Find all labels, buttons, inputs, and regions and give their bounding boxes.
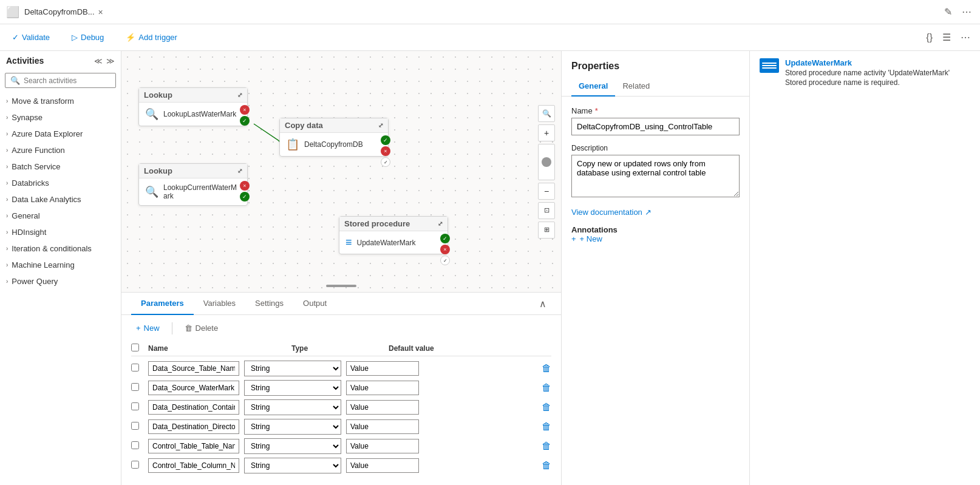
trigger-button[interactable]: ⚡ Add trigger [121, 30, 182, 44]
sidebar-item-synapse[interactable]: › Synapse [0, 109, 121, 126]
view-documentation-link[interactable]: View documentation ↗ [571, 208, 740, 217]
sidebar-item-azure-function[interactable]: › Azure Function [0, 142, 121, 158]
fit-screen-btn[interactable]: ⊡ [538, 202, 555, 219]
sidebar-item-azure-data-explorer[interactable]: › Azure Data Explorer [0, 126, 121, 142]
zoom-slider[interactable] [538, 144, 555, 180]
param-name-input[interactable] [148, 400, 239, 415]
node-settings-btn[interactable]: ✓ [381, 157, 390, 167]
sidebar-item-general[interactable]: › General [0, 208, 121, 224]
search-box[interactable]: 🔍 [5, 73, 116, 88]
validate-button[interactable]: ✓ Validate [7, 30, 55, 44]
param-default-input[interactable] [346, 419, 419, 434]
tab-variables[interactable]: Variables [194, 293, 245, 315]
node-check-btn[interactable]: ✓ [440, 234, 450, 243]
param-default-input[interactable] [346, 381, 419, 395]
sidebar-item-data-lake[interactable]: › Data Lake Analytics [0, 191, 121, 208]
close-bottom-panel-btn[interactable]: ∧ [534, 293, 551, 314]
node-stored-procedure[interactable]: Stored procedure ⤢ ≡ UpdateWaterMark ✓ ×… [339, 216, 448, 254]
select-all-checkbox[interactable] [131, 344, 139, 351]
expand-icon[interactable]: ≫ [106, 56, 115, 66]
tab-output[interactable]: Output [293, 293, 336, 315]
row-checkbox[interactable] [131, 383, 139, 391]
row-checkbox[interactable] [131, 441, 139, 449]
sidebar-item-label: Iteration & conditionals [12, 244, 92, 253]
row-checkbox[interactable] [131, 461, 139, 469]
param-name-input[interactable] [148, 419, 239, 434]
active-tab: DeltaCopyfromDB... × [24, 7, 103, 17]
error-title[interactable]: UpdateWaterMark [785, 58, 970, 67]
sidebar-item-batch-service[interactable]: › Batch Service [0, 158, 121, 175]
sidebar-item-hdinsight[interactable]: › HDInsight [0, 224, 121, 240]
sidebar-item-move-transform[interactable]: › Move & transform [0, 93, 121, 109]
tab-general[interactable]: General [571, 76, 615, 97]
param-default-input[interactable] [346, 458, 419, 473]
pipeline-canvas[interactable]: Lookup ⤢ 🔍 LookupLastWaterMark × ✓ Looku… [121, 51, 561, 292]
debug-button[interactable]: ▷ Debug [67, 30, 109, 44]
node-check-btn[interactable]: ✓ [240, 192, 250, 202]
more-icon-btn[interactable]: ⋯ [958, 29, 973, 46]
more-options-btn[interactable]: ⋯ [959, 4, 974, 20]
param-name-input[interactable] [148, 458, 239, 473]
node-delete-btn[interactable]: × [381, 146, 390, 156]
row-checkbox[interactable] [131, 402, 139, 410]
collapse-icon[interactable]: ≪ [94, 56, 103, 66]
param-type-select[interactable]: String [244, 380, 341, 396]
params-table: Name Type Default value String 🗑 [121, 341, 561, 485]
params-icon-btn[interactable]: ☰ [940, 29, 953, 46]
param-type-select[interactable]: String [244, 361, 341, 376]
row-delete-btn[interactable]: 🗑 [542, 460, 551, 471]
zoom-in-btn[interactable]: + [538, 124, 555, 141]
node-copy-data[interactable]: Copy data ⤢ 📋 DeltaCopyfromDB ✓ × ✓ [279, 118, 389, 157]
node-delete-btn[interactable]: × [440, 245, 450, 254]
param-default-input[interactable] [346, 439, 419, 453]
sidebar-item-iteration[interactable]: › Iteration & conditionals [0, 240, 121, 257]
node-lookup-current-watermark[interactable]: Lookup ⤢ 🔍 LookupCurrentWaterMark × ✓ [138, 163, 248, 206]
param-type-select[interactable]: String [244, 458, 341, 473]
param-name-input[interactable] [148, 381, 239, 395]
node-delete-btn[interactable]: × [240, 181, 250, 191]
node-delete-btn[interactable]: × [240, 105, 250, 115]
row-delete-btn[interactable]: 🗑 [542, 421, 551, 432]
tab-close-btn[interactable]: × [98, 7, 103, 17]
canvas-area: Lookup ⤢ 🔍 LookupLastWaterMark × ✓ Looku… [121, 51, 561, 485]
row-checkbox[interactable] [131, 422, 139, 430]
tab-related[interactable]: Related [615, 76, 657, 97]
search-canvas-btn[interactable]: 🔍 [538, 105, 555, 122]
col-header-name: Name [148, 344, 291, 353]
param-name-input[interactable] [148, 361, 239, 376]
sidebar-item-databricks[interactable]: › Databricks [0, 175, 121, 191]
row-delete-btn[interactable]: 🗑 [542, 363, 551, 374]
sidebar: Activities ≪ ≫ 🔍 › Move & transform › Sy… [0, 51, 121, 485]
name-field-input[interactable] [571, 118, 740, 135]
param-type-select[interactable]: String [244, 419, 341, 435]
tab-parameters[interactable]: Parameters [131, 293, 194, 315]
row-delete-btn[interactable]: 🗑 [542, 382, 551, 393]
sidebar-item-power-query[interactable]: › Power Query [0, 273, 121, 290]
node-check-btn[interactable]: ✓ [381, 135, 390, 145]
node-warn-btn[interactable]: ✓ [440, 256, 450, 265]
search-input[interactable] [24, 76, 115, 85]
tab-settings[interactable]: Settings [245, 293, 293, 315]
edit-icon-btn[interactable]: ✎ [942, 4, 954, 20]
new-param-button[interactable]: + New [131, 321, 165, 335]
sidebar-item-machine-learning[interactable]: › Machine Learning [0, 257, 121, 273]
validate-check-icon: ✓ [12, 33, 19, 42]
trigger-label: Add trigger [138, 33, 177, 42]
validate-label: Validate [22, 33, 50, 42]
param-default-input[interactable] [346, 400, 419, 415]
code-icon-btn[interactable]: {} [924, 30, 935, 46]
row-delete-btn[interactable]: 🗑 [542, 402, 551, 413]
row-delete-btn[interactable]: 🗑 [542, 441, 551, 452]
param-default-input[interactable] [346, 361, 419, 376]
param-type-select[interactable]: String [244, 438, 341, 454]
param-type-select[interactable]: String [244, 399, 341, 415]
delete-param-button[interactable]: 🗑 Delete [180, 321, 223, 335]
row-checkbox[interactable] [131, 364, 139, 371]
node-lookup-last-watermark[interactable]: Lookup ⤢ 🔍 LookupLastWaterMark × ✓ [138, 87, 248, 126]
param-name-input[interactable] [148, 439, 239, 453]
node-check-btn[interactable]: ✓ [240, 116, 250, 126]
description-field-textarea[interactable]: Copy new or updated rows only from datab… [571, 155, 740, 197]
zoom-out-btn[interactable]: − [538, 183, 555, 200]
grid-btn[interactable]: ⊞ [538, 222, 555, 239]
new-annotation-btn[interactable]: + + New [571, 234, 740, 243]
